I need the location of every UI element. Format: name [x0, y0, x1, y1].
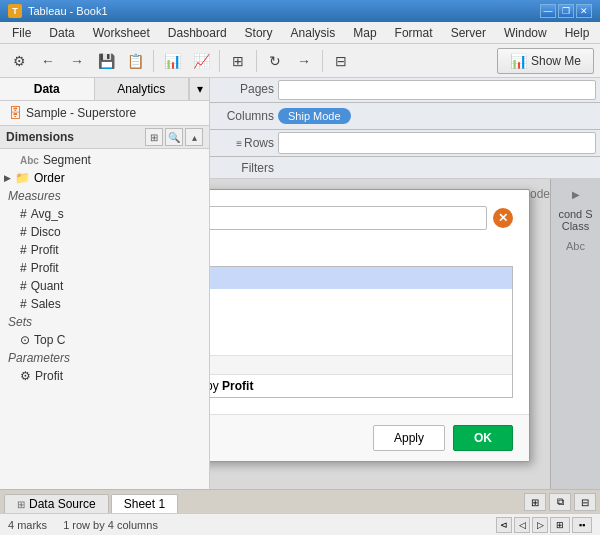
toolbar-back-btn[interactable]: ← [35, 48, 61, 74]
pages-label: Pages [214, 80, 274, 96]
param-icon: ⚙ [20, 369, 31, 383]
ac-item-profit-bin-size[interactable]: # Profit Bin Size [210, 311, 512, 333]
nav-prev-btn[interactable]: ◁ [514, 517, 530, 533]
abc-icon: Abc [20, 155, 39, 166]
nav-grid2-btn[interactable]: ▪▪ [572, 517, 592, 533]
toolbar-grid-btn[interactable]: ⊞ [225, 48, 251, 74]
rows-shelf-content[interactable] [278, 132, 596, 154]
bottom-tabs: ⊞ Data Source Sheet 1 ⊞ ⧉ ⊟ [0, 489, 600, 513]
toolbar-save-btn[interactable]: 💾 [93, 48, 119, 74]
menu-dashboard[interactable]: Dashboard [160, 24, 235, 42]
ac-text-top: Top Customers by Profit [210, 379, 502, 393]
segment-label: Segment [43, 153, 91, 167]
toolbar-forward-btn[interactable]: → [64, 48, 90, 74]
dim-chevron-btn[interactable]: ▴ [185, 128, 203, 146]
ac-item-top-customers[interactable]: ⊙ Top Customers by Profit [210, 375, 512, 397]
order-label: Order [34, 171, 65, 185]
nav-first-btn[interactable]: ⊲ [496, 517, 512, 533]
dim-search-btn[interactable]: 🔍 [165, 128, 183, 146]
apply-button[interactable]: Apply [373, 425, 445, 451]
panel-tab-gear[interactable]: ▾ [189, 78, 209, 100]
menu-worksheet[interactable]: Worksheet [85, 24, 158, 42]
toolbar-refresh-btn[interactable]: ↻ [262, 48, 288, 74]
order-section[interactable]: ▶ 📁 Order [0, 169, 209, 187]
ship-mode-pill[interactable]: Ship Mode [278, 108, 351, 124]
hash-icon-p2: # [20, 261, 27, 275]
dim-grid-btn[interactable]: ⊞ [145, 128, 163, 146]
dimension-header: Dimensions ⊞ 🔍 ▴ [0, 126, 209, 149]
sets-item[interactable]: ⊙ Top C [0, 331, 209, 349]
segment-item[interactable]: Abc Segment [0, 151, 209, 169]
marks-count: 4 marks [8, 519, 47, 531]
datasource-icon: 🗄 [8, 105, 22, 121]
filters-shelf-content[interactable] [278, 159, 596, 177]
menu-format[interactable]: Format [387, 24, 441, 42]
hash-icon-avg: # [20, 207, 27, 221]
hash-icon-disco: # [20, 225, 27, 239]
toolbar: ⚙ ← → 💾 📋 📊 📈 ⊞ ↻ → ⊟ 📊 Show Me [0, 44, 600, 78]
move-sheet-btn[interactable]: ⊟ [574, 493, 596, 511]
toolbar-chart-btn[interactable]: 📊 [159, 48, 185, 74]
menu-server[interactable]: Server [443, 24, 494, 42]
measure-quant[interactable]: # Quant [0, 277, 209, 295]
window-title: Tableau - Book1 [28, 5, 108, 17]
menu-file[interactable]: File [4, 24, 39, 42]
menu-map[interactable]: Map [345, 24, 384, 42]
right-panel: Pages Columns Ship Mode ≡ Rows [210, 78, 600, 489]
measure-sales[interactable]: # Sales [0, 295, 209, 313]
filters-shelf: Filters [210, 157, 600, 179]
datasource-tab-label: Data Source [29, 497, 96, 511]
columns-shelf: Columns Ship Mode [210, 103, 600, 130]
ok-button[interactable]: OK [453, 425, 513, 451]
datasource-label: Sample - Superstore [26, 106, 136, 120]
measure-disco-label: Disco [31, 225, 61, 239]
toolbar-filter-btn[interactable]: ⊟ [328, 48, 354, 74]
menu-data[interactable]: Data [41, 24, 82, 42]
dialog-close-button[interactable]: ✕ [493, 208, 513, 228]
dup-sheet-btn[interactable]: ⧉ [549, 493, 571, 511]
tab-data[interactable]: Data [0, 78, 95, 100]
left-panel-content: Abc Segment ▶ 📁 Order Measures # Avg_s #… [0, 149, 209, 489]
toolbar-chart2-btn[interactable]: 📈 [188, 48, 214, 74]
menu-window[interactable]: Window [496, 24, 555, 42]
nav-next-btn[interactable]: ▷ [532, 517, 548, 533]
measure-profit1[interactable]: # Profit [0, 241, 209, 259]
toolbar-settings-btn[interactable]: ⚙ [6, 48, 32, 74]
data-source-name: 🗄 Sample - Superstore [0, 101, 209, 126]
ac-text-0: Profit [210, 271, 502, 285]
main-layout: Data Analytics ▾ 🗄 Sample - Superstore D… [0, 78, 600, 489]
parameters-label: Parameters [0, 349, 209, 367]
ac-item-profit[interactable]: # Profit [210, 267, 512, 289]
toolbar-newds-btn[interactable]: 📋 [122, 48, 148, 74]
window-controls[interactable]: — ❐ ✕ [540, 4, 592, 18]
ac-item-profit-ratio[interactable]: # Profit Ratio [210, 333, 512, 355]
ac-item-profit-bin[interactable]: 📊 Profit (bin) [210, 289, 512, 311]
restore-button[interactable]: ❐ [558, 4, 574, 18]
columns-label: Columns [214, 109, 274, 123]
menu-help[interactable]: Help [557, 24, 598, 42]
ac-text-1: Profit (bin) [210, 293, 502, 307]
new-sheet-btn[interactable]: ⊞ [524, 493, 546, 511]
toolbar-auto-btn[interactable]: → [291, 48, 317, 74]
measure-avg[interactable]: # Avg_s [0, 205, 209, 223]
menu-analysis[interactable]: Analysis [283, 24, 344, 42]
tab-sheet1[interactable]: Sheet 1 [111, 494, 178, 513]
hash-icon-s: # [20, 297, 27, 311]
calc-name-input[interactable] [210, 206, 487, 230]
tab-analytics[interactable]: Analytics [95, 78, 190, 100]
show-me-button[interactable]: 📊 Show Me [497, 48, 594, 74]
title-bar: T Tableau - Book1 — ❐ ✕ [0, 0, 600, 22]
minimize-button[interactable]: — [540, 4, 556, 18]
dialog-input-row: ✕ [210, 206, 513, 230]
menu-story[interactable]: Story [237, 24, 281, 42]
close-button[interactable]: ✕ [576, 4, 592, 18]
show-me-label: Show Me [531, 54, 581, 68]
measure-profit2[interactable]: # Profit [0, 259, 209, 277]
nav-grid-btn[interactable]: ⊞ [550, 517, 570, 533]
tab-data-source[interactable]: ⊞ Data Source [4, 494, 109, 513]
dialog-body: ✕ [Profi-[Discount] # Profit 📊 Profit (b… [210, 190, 529, 414]
order-icon: 📁 [15, 171, 30, 185]
pages-shelf-content[interactable] [278, 80, 596, 100]
param-profit[interactable]: ⚙ Profit [0, 367, 209, 385]
measure-disco[interactable]: # Disco [0, 223, 209, 241]
